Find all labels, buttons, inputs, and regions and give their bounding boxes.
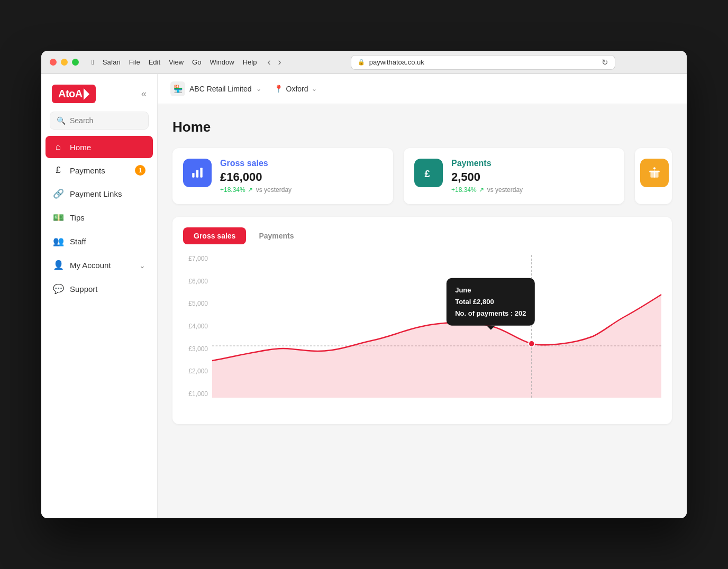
tips-icon: 💵 bbox=[53, 212, 63, 223]
gross-sales-change: +18.34% ↗ vs yesterday bbox=[220, 186, 383, 194]
address-bar[interactable]: 🔒 paywithatoa.co.uk ↻ bbox=[351, 55, 615, 70]
payments-info: Payments 2,500 +18.34% ↗ vs yesterday bbox=[451, 159, 614, 194]
edit-menu[interactable]: Edit bbox=[149, 58, 160, 66]
third-card-icon bbox=[640, 159, 669, 187]
title-bar:  Safari File Edit View Go Window Help ‹… bbox=[41, 51, 687, 74]
payments-value: 2,500 bbox=[451, 170, 614, 184]
up-arrow-icon-2: ↗ bbox=[479, 186, 484, 194]
staff-icon: 👥 bbox=[53, 236, 63, 247]
sidebar-item-label: Payments bbox=[70, 166, 105, 175]
file-menu[interactable]: File bbox=[129, 58, 140, 66]
sidebar-item-my-account[interactable]: 👤 My Account ⌄ bbox=[46, 254, 153, 277]
search-bar[interactable]: 🔍 bbox=[50, 112, 149, 130]
top-header: 🏪 ABC Retail Limited ⌄ 📍 Oxford ⌄ bbox=[158, 74, 687, 104]
gross-sales-icon bbox=[183, 159, 212, 187]
payments-label: Payments bbox=[451, 159, 614, 168]
company-selector[interactable]: 🏪 ABC Retail Limited ⌄ bbox=[170, 81, 261, 96]
sidebar-item-tips[interactable]: 💵 Tips bbox=[46, 206, 153, 229]
payments-vs: vs yesterday bbox=[487, 186, 523, 194]
y-label-6000: £6,000 bbox=[183, 278, 212, 285]
main-content: 🏪 ABC Retail Limited ⌄ 📍 Oxford ⌄ Home bbox=[158, 74, 687, 518]
chart-svg bbox=[212, 255, 661, 398]
sidebar-item-label: Support bbox=[70, 284, 98, 293]
company-name: ABC Retail Limited bbox=[189, 85, 252, 93]
sidebar-item-label: Staff bbox=[70, 237, 86, 246]
y-label-4000: £4,000 bbox=[183, 323, 212, 330]
sidebar-item-payments[interactable]: £ Payments 1 bbox=[46, 159, 153, 181]
pound-card-icon: £ bbox=[422, 166, 435, 180]
safari-menu[interactable]: Safari bbox=[103, 58, 121, 66]
y-label-7000: £7,000 bbox=[183, 255, 212, 262]
refresh-button[interactable]: ↻ bbox=[602, 58, 608, 67]
logo[interactable]: AtoA bbox=[52, 85, 96, 103]
home-icon: ⌂ bbox=[53, 142, 63, 152]
url-text: paywithatoa.co.uk bbox=[369, 58, 424, 66]
view-menu[interactable]: View bbox=[169, 58, 184, 66]
support-icon: 💬 bbox=[53, 283, 63, 295]
data-point bbox=[529, 341, 534, 347]
chart-tabs: Gross sales Payments bbox=[183, 227, 661, 244]
svg-rect-2 bbox=[200, 168, 202, 177]
svg-rect-1 bbox=[196, 170, 198, 178]
account-icon: 👤 bbox=[53, 260, 63, 271]
payments-icon: £ bbox=[414, 159, 443, 187]
gross-sales-tab[interactable]: Gross sales bbox=[183, 227, 246, 244]
forward-button[interactable]: › bbox=[276, 57, 283, 68]
svg-text:£: £ bbox=[424, 168, 430, 179]
location-chevron-icon: ⌄ bbox=[312, 85, 317, 93]
close-button[interactable] bbox=[50, 59, 57, 66]
mac-window:  Safari File Edit View Go Window Help ‹… bbox=[41, 51, 687, 518]
go-menu[interactable]: Go bbox=[192, 58, 201, 66]
sidebar-item-label: Tips bbox=[70, 213, 85, 222]
chart-area: June Total £2,800 No. of payments : 202 bbox=[212, 255, 661, 414]
content-area: Home Gross sales bbox=[158, 104, 687, 518]
menu-bar:  Safari File Edit View Go Window Help bbox=[92, 58, 257, 66]
gross-sales-change-pct: +18.34% bbox=[220, 186, 245, 194]
svg-rect-6 bbox=[654, 171, 655, 178]
sidebar-item-support[interactable]: 💬 Support bbox=[46, 278, 153, 300]
sidebar-item-label: Home bbox=[70, 143, 91, 152]
address-bar-wrapper: 🔒 paywithatoa.co.uk ↻ bbox=[308, 55, 657, 70]
location-selector[interactable]: 📍 Oxford ⌄ bbox=[274, 85, 317, 93]
apple-menu[interactable]:  bbox=[92, 58, 94, 66]
minimize-button[interactable] bbox=[61, 59, 68, 66]
gross-sales-card: Gross sales £16,000 +18.34% ↗ vs yesterd… bbox=[172, 148, 393, 204]
y-label-1000: £1,000 bbox=[183, 390, 212, 398]
svg-rect-0 bbox=[192, 173, 194, 178]
sidebar-item-label: My Account bbox=[70, 261, 111, 270]
pound-icon: £ bbox=[53, 165, 63, 176]
sidebar-item-label: Payment Links bbox=[70, 189, 122, 198]
nav-menu: ⌂ Home £ Payments 1 🔗 Payment Links 💵 bbox=[41, 136, 157, 300]
chevron-down-icon: ⌄ bbox=[139, 261, 145, 270]
third-card bbox=[635, 148, 672, 204]
location-pin-icon: 📍 bbox=[274, 85, 283, 93]
y-label-2000: £2,000 bbox=[183, 368, 212, 375]
chart-yaxis: £7,000 £6,000 £5,000 £4,000 £3,000 £2,00… bbox=[183, 255, 212, 398]
gross-sales-info: Gross sales £16,000 +18.34% ↗ vs yesterd… bbox=[220, 159, 383, 194]
sidebar-logo-area: AtoA « bbox=[41, 74, 157, 112]
help-menu[interactable]: Help bbox=[243, 58, 257, 66]
app-layout: AtoA « 🔍 ⌂ Home £ Payments 1 bbox=[41, 74, 687, 518]
collapse-button[interactable]: « bbox=[141, 88, 147, 99]
search-icon: 🔍 bbox=[57, 116, 66, 125]
back-button[interactable]: ‹ bbox=[265, 57, 272, 68]
y-label-5000: £5,000 bbox=[183, 300, 212, 307]
payments-tab[interactable]: Payments bbox=[248, 227, 304, 244]
payments-card: £ Payments 2,500 +18.34% ↗ vs yesterday bbox=[404, 148, 624, 204]
sidebar-item-payment-links[interactable]: 🔗 Payment Links bbox=[46, 182, 153, 205]
traffic-lights bbox=[50, 59, 79, 66]
link-icon: 🔗 bbox=[53, 188, 63, 199]
sidebar-item-staff[interactable]: 👥 Staff bbox=[46, 230, 153, 253]
window-menu[interactable]: Window bbox=[210, 58, 234, 66]
gift-icon bbox=[648, 166, 661, 180]
page-title: Home bbox=[172, 119, 672, 135]
up-arrow-icon: ↗ bbox=[248, 186, 253, 194]
chart-section: Gross sales Payments £7,000 £6,000 £5,00… bbox=[172, 217, 672, 424]
sidebar-item-home[interactable]: ⌂ Home bbox=[46, 136, 153, 158]
payments-change-pct: +18.34% bbox=[451, 186, 477, 194]
fullscreen-button[interactable] bbox=[72, 59, 79, 66]
payments-change: +18.34% ↗ vs yesterday bbox=[451, 186, 614, 194]
location-name: Oxford bbox=[286, 85, 308, 93]
bar-chart-icon bbox=[190, 166, 204, 180]
search-input[interactable] bbox=[70, 116, 142, 125]
